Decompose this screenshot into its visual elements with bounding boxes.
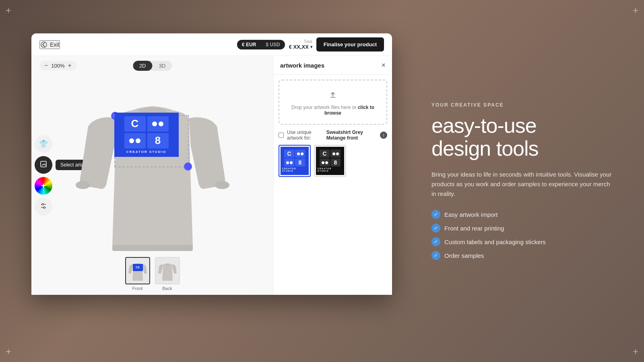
currency-toggle: € EUR $ USD [237, 40, 285, 49]
marketing-headline: easy-to-usedesign tools [431, 114, 612, 160]
front-thumbnail-img: CS [125, 257, 150, 284]
artwork-thumbnail-2-inner: C 8 CREATOR STUDIO [315, 146, 345, 176]
adjust-tool-wrapper [35, 198, 52, 216]
header-right: € EUR $ USD Total € XX,XX ▾ Finalise you… [237, 37, 384, 51]
adjust-tool-button[interactable] [35, 198, 52, 216]
check-icon-4: ✓ [431, 251, 440, 260]
total-section: Total € XX,XX ▾ [289, 39, 312, 50]
modal-body: − 100% + 2D 3D 👕 [31, 56, 392, 295]
marketing-description: Bring your ideas to life in seconds with… [431, 170, 612, 199]
shirt-icon: 👕 [39, 140, 48, 148]
add-icon: + [41, 181, 46, 191]
zoom-controls: − 100% + [39, 61, 76, 70]
back-label: Back [162, 286, 172, 291]
zoom-out-button[interactable]: − [44, 62, 48, 69]
sweatshirt-svg [68, 78, 237, 259]
svg-point-7 [76, 181, 90, 189]
view-3d-button[interactable]: 3D [153, 61, 172, 71]
marketing-area: YOUR CREATIVE SPACE easy-to-usedesign to… [399, 0, 644, 362]
feature-label-4: Order samples [444, 252, 484, 259]
main-modal: Exit € EUR $ USD Total € XX,XX ▾ Finalis… [31, 33, 392, 295]
artwork-panel: artwork images × Drop your artwork files… [273, 56, 392, 295]
usd-button[interactable]: $ USD [261, 40, 285, 49]
shirt-tool-wrapper: 👕 [35, 135, 52, 153]
artwork-tool-wrapper: Select artwork [35, 156, 52, 174]
add-tool-wrapper: + [35, 177, 52, 195]
back-thumbnail[interactable]: Back [155, 257, 180, 291]
front-thumbnail[interactable]: CS Front [125, 257, 150, 291]
corner-plus-tr: + [633, 6, 638, 15]
check-icon-1: ✓ [431, 210, 440, 219]
zoom-in-button[interactable]: + [68, 62, 72, 69]
corner-plus-bl: + [6, 347, 11, 356]
svg-rect-1 [41, 161, 46, 167]
front-label: Front [132, 286, 143, 291]
view-toggle: 2D 3D [133, 61, 172, 71]
artwork-thumbnail-1[interactable]: C 8 CREATOR STUDIO [279, 145, 311, 177]
feature-list: ✓ Easy artwork import ✓ Front and rear p… [431, 210, 612, 260]
feature-label-1: Easy artwork import [444, 211, 498, 218]
dropzone-text: Drop your artwork files here or click to… [287, 105, 378, 116]
svg-point-3 [42, 204, 43, 205]
add-tool-button[interactable]: + [35, 177, 52, 195]
artwork-panel-title: artwork images [280, 62, 324, 69]
unique-artwork-checkbox[interactable] [279, 132, 284, 138]
view-thumbnails: CS Front [125, 257, 180, 291]
sweatshirt-mockup: × C [68, 78, 237, 259]
feature-item-1: ✓ Easy artwork import [431, 210, 612, 219]
svg-point-5 [43, 207, 45, 208]
modal-header: Exit € EUR $ USD Total € XX,XX ▾ Finalis… [31, 33, 392, 56]
unique-artwork-row: Use unique artwork for: Sweatshirt Grey … [274, 130, 392, 145]
chevron-down-icon: ▾ [310, 45, 312, 49]
eyebrow-text: YOUR CREATIVE SPACE [431, 102, 612, 108]
check-icon-2: ✓ [431, 224, 440, 232]
canvas-area: − 100% + 2D 3D 👕 [31, 56, 273, 295]
view-2d-button[interactable]: 2D [133, 61, 153, 71]
upload-dropzone[interactable]: Drop your artwork files here or click to… [279, 80, 387, 125]
exit-label: Exit [50, 41, 59, 48]
svg-rect-6 [112, 245, 193, 251]
feature-item-2: ✓ Front and rear printing [431, 224, 612, 232]
artwork-icon [40, 160, 47, 170]
artwork-grid: C 8 CREATOR STUDIO [274, 145, 392, 177]
design-area[interactable]: × C [114, 115, 189, 167]
left-toolbar: 👕 Select artwork [35, 135, 52, 216]
close-artwork-panel-button[interactable]: × [381, 62, 386, 69]
shirt-tool-button[interactable]: 👕 [35, 135, 52, 153]
artwork-thumbnail-2[interactable]: C 8 CREATOR STUDIO [314, 145, 346, 177]
artwork-thumbnail-1-inner: C 8 CREATOR STUDIO [279, 146, 310, 176]
finalise-button[interactable]: Finalise your product [316, 37, 384, 51]
artwork-tool-button[interactable] [35, 156, 52, 174]
eur-button[interactable]: € EUR [237, 40, 261, 49]
adjust-icon [40, 202, 47, 212]
resize-design-handle[interactable] [184, 162, 192, 171]
back-thumbnail-img [155, 257, 180, 284]
total-label: Total [304, 39, 312, 44]
zoom-value: 100% [51, 63, 64, 69]
feature-label-3: Custom labels and packaging stickers [444, 239, 546, 245]
unique-artwork-label: Use unique artwork for: [287, 130, 323, 141]
check-icon-3: ✓ [431, 237, 440, 246]
info-icon[interactable]: i [380, 132, 387, 139]
artwork-panel-header: artwork images × [274, 56, 392, 75]
svg-point-8 [215, 181, 229, 189]
svg-point-0 [41, 42, 47, 47]
total-value[interactable]: € XX,XX ▾ [289, 44, 312, 50]
corner-plus-br: + [633, 347, 638, 356]
exit-icon [40, 41, 47, 48]
feature-item-4: ✓ Order samples [431, 251, 612, 260]
feature-item-3: ✓ Custom labels and packaging stickers [431, 237, 612, 246]
corner-plus-tl: + [6, 6, 11, 15]
unique-artwork-product: Sweatshirt Grey Melange front [326, 130, 377, 141]
feature-label-2: Front and rear printing [444, 225, 504, 232]
upload-icon [327, 88, 339, 102]
design-image: C 8 [114, 113, 179, 157]
exit-button[interactable]: Exit [39, 40, 60, 49]
